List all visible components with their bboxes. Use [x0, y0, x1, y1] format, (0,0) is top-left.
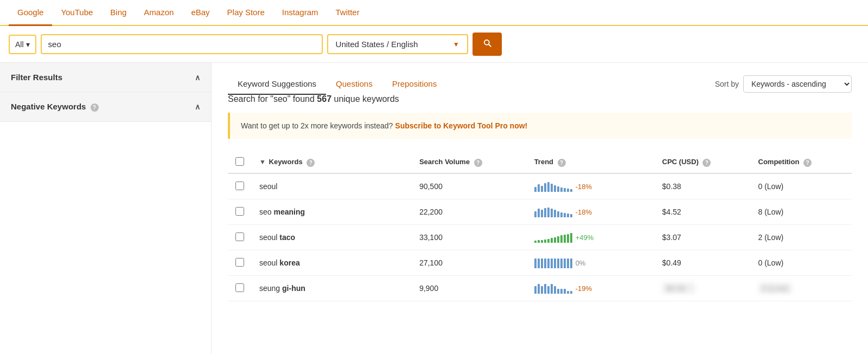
trend-bars	[534, 283, 572, 294]
cpc-cell: $3.07	[655, 225, 751, 250]
row-checkbox[interactable]	[235, 258, 244, 267]
competition-help-icon[interactable]: ?	[803, 159, 812, 167]
country-label: United States / English	[336, 40, 418, 49]
trend-percent: +49%	[576, 234, 594, 242]
chevron-down-icon: ▼	[453, 41, 459, 48]
row-checkbox[interactable]	[235, 283, 244, 292]
trend-bars	[534, 232, 572, 243]
trend-help-icon[interactable]: ?	[558, 159, 566, 167]
competition-cell: 2 (Low)	[751, 225, 852, 250]
trend-cell: 0%	[527, 250, 655, 276]
competition-cell: 0 (Low)	[751, 276, 852, 301]
table-row: seoul90,500-18%$0.380 (Low)	[228, 173, 852, 199]
col-header-keywords[interactable]: ▼ Keywords ?	[252, 152, 412, 173]
top-nav: Google YouTube Bing Amazon eBay Play Sto…	[0, 0, 868, 26]
keywords-help-icon[interactable]: ?	[307, 159, 315, 167]
cpc-cell: $0.00	[655, 276, 751, 301]
col-header-trend[interactable]: Trend ?	[527, 152, 655, 173]
col-header-search-volume[interactable]: Search Volume ?	[412, 152, 527, 173]
keyword-cell: seo meaning	[252, 199, 412, 225]
search-volume-cell: 22,200	[412, 199, 527, 225]
trend-bars	[534, 257, 572, 268]
trend-cell: -19%	[527, 276, 655, 301]
nav-item-bing[interactable]: Bing	[101, 0, 135, 26]
nav-item-instagram[interactable]: Instagram	[273, 0, 327, 26]
negative-kw-chevron-icon: ∧	[195, 102, 200, 111]
sort-by-label: Sort by	[715, 80, 739, 88]
table-header-row: ▼ Keywords ? Search Volume ? Trend ? CPC…	[228, 152, 852, 173]
search-type-select[interactable]: All ▾	[9, 35, 36, 54]
trend-percent: -18%	[576, 208, 592, 216]
tab-keyword-suggestions[interactable]: Keyword Suggestions	[228, 74, 326, 95]
sort-arrow-icon: ▼	[259, 158, 266, 166]
tab-prepositions[interactable]: Prepositions	[382, 74, 447, 95]
filter-results-label: Filter Results	[11, 73, 62, 82]
negative-keywords-help-icon[interactable]: ?	[91, 103, 99, 112]
search-icon	[482, 38, 492, 48]
search-volume-cell: 9,900	[412, 276, 527, 301]
row-checkbox[interactable]	[235, 232, 244, 241]
search-button[interactable]	[473, 33, 502, 56]
nav-item-ebay[interactable]: eBay	[182, 0, 218, 26]
search-volume-cell: 90,500	[412, 173, 527, 199]
result-summary: Search for "seo" found 567 unique keywor…	[228, 94, 852, 104]
sort-by-container: Sort by Keywords - ascending	[715, 75, 852, 93]
competition-cell: 0 (Low)	[751, 250, 852, 276]
search-bar: All ▾ United States / English ▼	[0, 26, 868, 63]
cpc-cell: $4.52	[655, 199, 751, 225]
filter-chevron-icon: ∧	[195, 73, 200, 82]
col-header-competition[interactable]: Competition ?	[751, 152, 852, 173]
negative-keywords-header[interactable]: Negative Keywords ? ∧	[0, 92, 211, 121]
row-checkbox[interactable]	[235, 182, 244, 190]
col-header-check	[228, 152, 252, 173]
nav-item-amazon[interactable]: Amazon	[135, 0, 182, 26]
result-count: 567	[317, 94, 331, 103]
table-row: seung gi-hun9,900-19%$0.000 (Low)	[228, 276, 852, 301]
trend-cell: -18%	[527, 173, 655, 199]
promo-link[interactable]: Subscribe to Keyword Tool Pro now!	[395, 121, 527, 130]
table-row: seo meaning22,200-18%$4.528 (Low)	[228, 199, 852, 225]
filter-results-header[interactable]: Filter Results ∧	[0, 63, 211, 92]
keyword-table: ▼ Keywords ? Search Volume ? Trend ? CPC…	[228, 152, 852, 301]
keyword-cell: seung gi-hun	[252, 276, 412, 301]
keyword-table-body: seoul90,500-18%$0.380 (Low)seo meaning22…	[228, 173, 852, 301]
sort-select[interactable]: Keywords - ascending	[743, 75, 852, 93]
trend-bars	[534, 181, 572, 192]
keyword-cell: seoul korea	[252, 250, 412, 276]
tabs-left: Keyword Suggestions Questions Prepositio…	[228, 74, 446, 94]
negative-keywords-label: Negative Keywords ?	[11, 102, 99, 112]
content-area: Keyword Suggestions Questions Prepositio…	[212, 63, 868, 354]
tab-questions[interactable]: Questions	[326, 74, 382, 95]
trend-cell: -18%	[527, 199, 655, 225]
negative-keywords-section: Negative Keywords ? ∧	[0, 92, 211, 122]
cpc-help-icon[interactable]: ?	[703, 159, 711, 167]
table-row: seoul korea27,1000%$0.490 (Low)	[228, 250, 852, 276]
nav-item-playstore[interactable]: Play Store	[219, 0, 273, 26]
search-volume-cell: 27,100	[412, 250, 527, 276]
search-type-label: All	[15, 40, 24, 49]
row-checkbox[interactable]	[235, 207, 244, 216]
table-row: seoul taco33,100+49%$3.072 (Low)	[228, 225, 852, 250]
trend-bars	[534, 206, 572, 217]
search-volume-cell: 33,100	[412, 225, 527, 250]
sidebar: Filter Results ∧ Negative Keywords ? ∧	[0, 63, 212, 354]
col-header-cpc[interactable]: CPC (USD) ?	[655, 152, 751, 173]
country-select[interactable]: United States / English ▼	[327, 34, 468, 54]
tabs-row: Keyword Suggestions Questions Prepositio…	[228, 74, 852, 94]
promo-banner: Want to get up to 2x more keywords inste…	[228, 113, 852, 139]
keyword-cell: seoul	[252, 173, 412, 199]
nav-item-twitter[interactable]: Twitter	[327, 0, 368, 26]
nav-item-google[interactable]: Google	[9, 0, 52, 26]
search-type-chevron: ▾	[26, 40, 30, 49]
cpc-cell: $0.49	[655, 250, 751, 276]
select-all-checkbox[interactable]	[235, 157, 244, 166]
search-input[interactable]	[48, 40, 315, 49]
trend-percent: -19%	[576, 284, 592, 293]
filter-results-section: Filter Results ∧	[0, 63, 211, 92]
search-volume-help-icon[interactable]: ?	[474, 159, 482, 167]
nav-item-youtube[interactable]: YouTube	[52, 0, 101, 26]
trend-cell: +49%	[527, 225, 655, 250]
main-layout: Filter Results ∧ Negative Keywords ? ∧ K…	[0, 63, 868, 354]
trend-percent: 0%	[576, 259, 586, 267]
search-input-wrap	[41, 34, 323, 54]
